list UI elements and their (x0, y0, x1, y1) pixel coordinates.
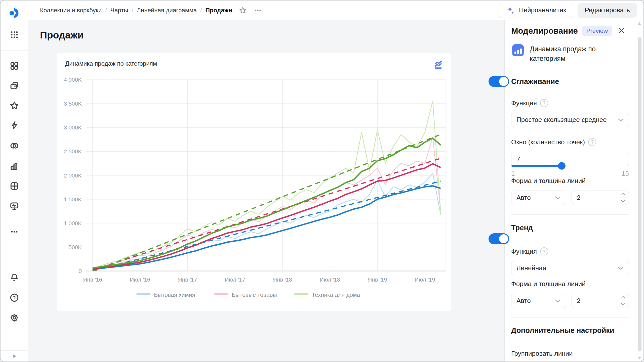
legend-label[interactable]: Бытовая химия (154, 292, 195, 298)
x-axis-tick-label: Янв '18 (273, 277, 292, 283)
slider-knob[interactable] (558, 162, 566, 170)
sparkle-icon (506, 6, 515, 15)
favorite-star-icon[interactable] (239, 6, 247, 14)
raw-series-line (93, 101, 441, 268)
charts-icon[interactable] (9, 160, 20, 171)
panel-header: Моделирование Preview (511, 26, 612, 36)
tables-icon[interactable] (9, 180, 20, 192)
y-axis-tick-label: 4 000K (64, 77, 82, 83)
spinner-up-button[interactable] (617, 294, 629, 301)
settings-gear-icon[interactable] (9, 312, 20, 323)
slider-max-label: 15 (622, 170, 629, 177)
apps-grid-icon[interactable] (9, 29, 20, 40)
edit-label: Редактировать (585, 6, 630, 14)
slider-track[interactable] (511, 165, 562, 167)
number-value: 2 (572, 294, 617, 308)
smoothing-line-shape-select[interactable]: Авто (511, 191, 566, 205)
page-title: Продажи (40, 30, 84, 41)
header-actions: Нейроаналитик Редактировать (499, 3, 637, 18)
smoothing-toggle[interactable] (489, 76, 509, 87)
y-axis-tick-label: 3 500K (64, 101, 82, 107)
neuro-analyst-button[interactable]: Нейроаналитик (499, 3, 573, 18)
spinner-up-button[interactable] (617, 191, 629, 198)
smoothing-function-label: Функция ? (511, 99, 548, 107)
breadcrumb-item[interactable]: Чарты (110, 7, 128, 14)
smoothing-function-select[interactable]: Простое скользящее среднее (511, 113, 629, 127)
chart-series (93, 101, 441, 272)
trend-toggle[interactable] (489, 233, 509, 244)
top-header: Коллекции и воркбуки / Чарты / Линейная … (28, 1, 643, 20)
x-axis-tick-label: Янв '16 (83, 277, 102, 283)
smoothed-series-line (93, 138, 441, 268)
smoothing-section-title: Сглаживание (511, 76, 559, 87)
trend-line-label: Форма и толщина линий (511, 280, 586, 288)
y-axis-tick-label: 2 500K (64, 148, 82, 155)
dashboards-icon[interactable] (9, 201, 20, 212)
scrollbar-thumb[interactable] (638, 37, 641, 351)
app-window: ? Коллекции и воркбуки / Чарты / Линейна… (0, 0, 644, 362)
x-axis-tick-label: Янв '17 (178, 277, 197, 283)
legend-swatch (136, 293, 151, 295)
x-axis-tick-label: Июл '17 (225, 277, 245, 283)
help-icon[interactable]: ? (9, 292, 20, 303)
trend-line-width-input[interactable]: 2 (572, 294, 629, 308)
trend-line-controls: Авто 2 (511, 294, 629, 308)
breadcrumb-separator: / (200, 7, 202, 14)
help-icon[interactable]: ? (588, 138, 596, 146)
chevron-up-icon (621, 296, 625, 299)
window-control: 7 1 15 (511, 152, 629, 177)
more-dots-icon[interactable] (9, 226, 20, 237)
notifications-bell-icon[interactable] (9, 272, 20, 283)
spinner-down-button[interactable] (617, 198, 629, 205)
label-text: Окно (количество точек) (511, 138, 585, 146)
help-icon[interactable]: ? (540, 247, 548, 255)
y-axis-tick-label: 500K (68, 244, 82, 250)
objects-icon[interactable] (9, 60, 20, 71)
scrollbar-down-arrow[interactable] (638, 357, 641, 359)
svg-text:?: ? (13, 295, 16, 300)
number-spinner (617, 191, 629, 205)
source-row[interactable]: Динамика продаж по категориям (512, 44, 628, 63)
legend-label[interactable]: Бытовые товары (232, 292, 277, 298)
y-axis-tick-label: 3 000K (64, 124, 82, 131)
y-axis-tick-label: 1 000K (64, 220, 82, 227)
trend-line-shape-select[interactable]: Авто (511, 294, 566, 308)
help-icon[interactable]: ? (540, 99, 548, 107)
spinner-down-button[interactable] (617, 301, 629, 308)
legend-label[interactable]: Техника для дома (312, 292, 360, 298)
trend-function-select[interactable]: Линейная (511, 261, 629, 275)
y-axis-tick-label: 0 (78, 268, 82, 274)
more-menu-icon[interactable] (253, 6, 262, 15)
scrollbar-up-arrow[interactable] (638, 22, 641, 25)
x-axis-tick-label: Июл '16 (130, 277, 150, 283)
legend-swatch (214, 293, 228, 295)
label-text: Группировать линии (511, 348, 573, 358)
source-name: Динамика продаж по категориям (530, 44, 628, 63)
close-icon[interactable] (617, 26, 626, 36)
x-axis-tick-label: Янв '19 (368, 277, 387, 283)
panel-title: Моделирование (511, 26, 578, 36)
chart-widget: Динамика продаж по категориям 0500K1 000… (57, 52, 451, 311)
line-chart-plot[interactable]: 0500K1 000K1 500K2 000K2 500K3 000K3 500… (57, 53, 452, 311)
quick-bolt-icon[interactable] (9, 120, 20, 131)
select-value: Авто (516, 297, 555, 305)
edit-button[interactable]: Редактировать (578, 3, 637, 18)
x-axis-tick-label: Июл '18 (320, 277, 340, 283)
sidebar: ? (1, 1, 28, 361)
raw-series-line (93, 173, 441, 269)
collections-icon[interactable] (9, 80, 20, 92)
datalens-logo[interactable] (9, 8, 20, 19)
breadcrumb-item[interactable]: Коллекции и воркбуки (40, 7, 102, 14)
connections-icon[interactable] (9, 140, 20, 151)
trend-line (93, 181, 441, 271)
sidebar-expand-button[interactable] (1, 350, 28, 361)
chevron-down-icon (618, 118, 624, 122)
y-axis-tick-label: 2 000K (64, 172, 82, 179)
smoothing-line-width-input[interactable]: 2 (572, 191, 629, 205)
favorites-star-icon[interactable] (9, 100, 20, 111)
trend-line (93, 158, 441, 270)
chart-legend[interactable]: Бытовая химияБытовые товарыТехника для д… (136, 292, 360, 298)
breadcrumb-item[interactable]: Линейная диаграмма (137, 7, 197, 14)
window-value-input[interactable]: 7 (511, 152, 629, 166)
trend-section-title: Тренд (511, 222, 533, 233)
